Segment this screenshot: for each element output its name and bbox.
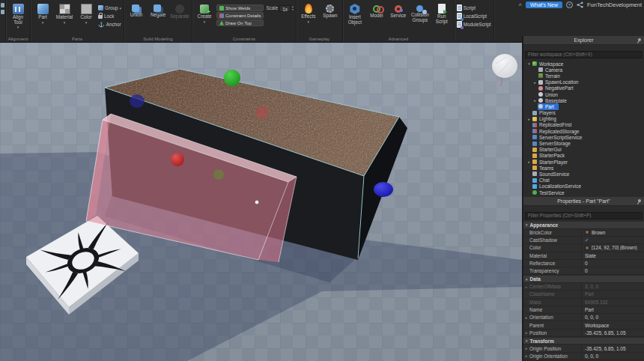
property-value[interactable]: 0 xyxy=(582,268,644,273)
move-handle-olive[interactable] xyxy=(213,169,224,180)
explorer-item-starterplayer[interactable]: ▸StarterPlayer xyxy=(523,159,644,165)
item-content[interactable]: SoundService xyxy=(532,171,574,177)
explorer-filter-input[interactable] xyxy=(525,51,643,58)
collapse-arrow-icon[interactable]: ▾ xyxy=(526,61,532,66)
property-value[interactable]: Workspace xyxy=(582,323,644,328)
color-button[interactable]: Color▾ xyxy=(76,1,96,34)
move-handle-navy-left[interactable] xyxy=(130,94,145,108)
union-button[interactable]: Union xyxy=(127,1,146,34)
explorer-item-chat[interactable]: Chat xyxy=(523,178,644,183)
item-content[interactable]: ReplicatedStorage xyxy=(532,128,583,134)
property-row-position[interactable]: ▸Position-35.425, 6.85, 1.05 xyxy=(523,330,644,337)
item-content[interactable]: Teams xyxy=(532,165,558,171)
spinner-arrows-icon[interactable]: ▴▾ xyxy=(292,5,294,11)
explorer-item-union[interactable]: Union xyxy=(523,91,644,97)
ribbon-collapse-icon[interactable]: ˄ xyxy=(518,2,522,8)
item-content[interactable]: Players xyxy=(532,110,560,116)
anchor-button[interactable]: Anchor xyxy=(98,21,121,28)
item-content[interactable]: SpawnLocation xyxy=(538,79,583,85)
item-content[interactable]: Camera xyxy=(538,67,567,73)
property-row-classname[interactable]: ClassNamePart xyxy=(523,291,644,298)
item-content[interactable]: TestService xyxy=(532,189,569,195)
service-button[interactable]: Service xyxy=(389,1,408,34)
material-button[interactable]: Material▾ xyxy=(55,1,74,34)
explorer-item-replicatedfirst[interactable]: ReplicatedFirst xyxy=(523,122,644,128)
move-handle-green[interactable] xyxy=(224,70,240,86)
explorer-item-spawnlocation[interactable]: ▸SpawnLocation xyxy=(523,79,644,85)
effects-button[interactable]: Effects▾ xyxy=(299,1,318,34)
constraint-details-toggle[interactable]: Constraint Details xyxy=(216,12,264,19)
part-button[interactable]: Part▾ xyxy=(33,1,52,34)
run-script-button[interactable]: Run Script xyxy=(432,1,452,34)
username-label[interactable]: FunTechDevelopment xyxy=(587,1,642,8)
expand-arrow-icon[interactable]: ▸ xyxy=(523,330,529,335)
spawn-button[interactable]: Spawn xyxy=(321,1,340,34)
item-content[interactable]: Union xyxy=(538,91,562,97)
selected-item-highlight[interactable]: Part xyxy=(538,103,559,109)
property-value[interactable]: 3, 0, 0 xyxy=(582,284,644,289)
expand-arrow-icon[interactable]: ▸ xyxy=(523,285,529,289)
property-row-brickcolor[interactable]: BrickColorBrown xyxy=(523,229,644,237)
property-row-material[interactable]: MaterialSlate xyxy=(523,252,644,260)
viewport-3d[interactable] xyxy=(0,43,522,361)
explorer-item-soundservice[interactable]: SoundService xyxy=(523,171,644,177)
share-icon[interactable] xyxy=(577,1,583,8)
explorer-item-teams[interactable]: Teams xyxy=(523,165,644,171)
property-row-origin-position[interactable]: ▸Origin Position-35.425, 6.85, 1.05 xyxy=(523,345,644,352)
item-content[interactable]: ReplicatedFirst xyxy=(532,122,576,128)
collision-groups-button[interactable]: Collision Groups xyxy=(410,1,430,34)
expand-arrow-icon[interactable]: ▸ xyxy=(532,98,538,103)
property-value[interactable]: -35.425, 6.85, 1.05 xyxy=(582,330,644,336)
property-row-mass[interactable]: Mass64905.102 xyxy=(523,299,644,306)
explorer-item-localizationservice[interactable]: LocalizationService xyxy=(523,183,644,189)
item-content[interactable]: Workspace xyxy=(532,61,568,67)
localscript-button[interactable]: LocalScript xyxy=(457,13,491,19)
expand-arrow-icon[interactable]: ▸ xyxy=(523,346,529,351)
explorer-item-camera[interactable]: Camera xyxy=(523,67,644,73)
property-value[interactable]: 0, 0, 0 xyxy=(582,354,644,359)
color-swatch[interactable] xyxy=(585,246,589,250)
color-swatch[interactable] xyxy=(585,230,589,234)
property-row-parent[interactable]: ParentWorkspace xyxy=(523,321,644,329)
property-row-centerofmass[interactable]: ▸CenterOfMass3, 0, 0 xyxy=(523,283,644,291)
align-tool-button[interactable]: Align Tool▾ xyxy=(8,1,28,34)
property-row-reflectance[interactable]: Reflectance0 xyxy=(523,260,644,267)
create-button[interactable]: Create▾ xyxy=(195,1,214,34)
item-content[interactable]: ServerStorage xyxy=(532,140,575,146)
explorer-item-negativepart[interactable]: NegativePart xyxy=(523,85,644,91)
properties-filter-input[interactable] xyxy=(525,212,643,219)
property-value[interactable]: 0 xyxy=(582,261,644,266)
property-row-castshadow[interactable]: CastShadow✓ xyxy=(523,237,644,244)
move-handle-red[interactable] xyxy=(171,153,184,166)
explorer-item-serverscriptservice[interactable]: ServerScriptService xyxy=(523,134,644,140)
negate-button[interactable]: Negate xyxy=(148,1,168,34)
script-button[interactable]: Script xyxy=(457,4,491,11)
lock-button[interactable]: Lock xyxy=(98,13,121,19)
group-button[interactable]: Group▾ xyxy=(98,4,121,11)
move-handle-blue[interactable] xyxy=(374,182,393,197)
explorer-item-lighting[interactable]: ▸Lighting xyxy=(523,116,644,122)
explorer-item-testservice[interactable]: TestService xyxy=(523,189,644,195)
explorer-item-part[interactable]: Part xyxy=(523,103,644,109)
section-header-appearance[interactable]: ▾Appearance xyxy=(523,221,644,229)
item-content[interactable]: Baseplate xyxy=(538,97,571,103)
model-button[interactable]: Model xyxy=(367,1,386,34)
property-row-orientation[interactable]: ▸Orientation0, 0, 0 xyxy=(523,314,644,321)
explorer-item-baseplate[interactable]: ▸Baseplate xyxy=(523,97,644,103)
item-content[interactable]: NegativePart xyxy=(538,85,578,91)
item-content[interactable]: StarterGui xyxy=(532,147,566,153)
property-value[interactable]: [124, 92, 70] (Brown) xyxy=(582,245,644,250)
section-header-data[interactable]: ▾Data xyxy=(523,275,644,283)
property-value[interactable]: Part xyxy=(582,291,644,297)
expand-arrow-icon[interactable]: ▸ xyxy=(532,80,538,85)
expand-arrow-icon[interactable]: ▸ xyxy=(526,160,532,164)
pin-icon[interactable] xyxy=(637,199,641,204)
explorer-item-replicatedstorage[interactable]: ReplicatedStorage xyxy=(523,128,644,134)
section-header-transform[interactable]: ▾Transform xyxy=(523,337,644,345)
property-row-name[interactable]: NamePart xyxy=(523,306,644,314)
item-content[interactable]: LocalizationService xyxy=(532,183,586,189)
help-icon[interactable]: ? xyxy=(566,1,573,8)
property-value[interactable]: 0, 0, 0 xyxy=(582,315,644,320)
properties-header[interactable]: Properties - Part "Part" xyxy=(523,197,644,206)
item-content[interactable]: Lighting xyxy=(532,116,561,122)
